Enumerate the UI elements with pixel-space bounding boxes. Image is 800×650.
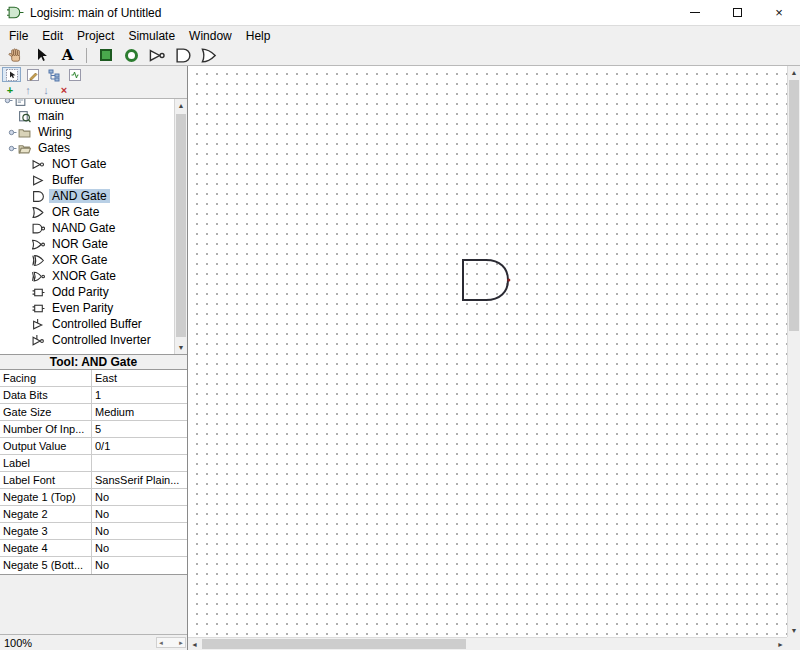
- canvas-hscrollbar-thumb[interactable]: [202, 639, 466, 649]
- menu-help[interactable]: Help: [239, 28, 278, 44]
- zoom-statusbar: 100% ◄ ►: [0, 634, 187, 650]
- tree-item-gates[interactable]: Gates: [0, 140, 187, 156]
- text-tool-icon: A: [62, 48, 74, 63]
- and-gate-ghost[interactable]: [462, 259, 511, 304]
- explorer-tree: Untitled main Wiring Gates: [0, 98, 187, 354]
- or-gate-icon: [32, 206, 45, 219]
- attr-row-data-bits[interactable]: Data Bits 1: [0, 387, 187, 404]
- or-gate-icon: [201, 47, 218, 64]
- tree-item-xnor-gate[interactable]: XNOR Gate: [0, 268, 187, 284]
- menu-window[interactable]: Window: [182, 28, 239, 44]
- tree-item-or-gate[interactable]: OR Gate: [0, 204, 187, 220]
- scroll-up-icon[interactable]: ▲: [788, 66, 800, 79]
- poke-tool-button[interactable]: [3, 46, 28, 65]
- move-circuit-up-button[interactable]: ↑: [21, 84, 35, 97]
- explorer-view-toolbar: [0, 66, 187, 83]
- close-button[interactable]: ×: [758, 0, 800, 25]
- scroll-left-icon[interactable]: ◄: [188, 638, 201, 650]
- scroll-left-icon[interactable]: ◄: [158, 640, 164, 646]
- canvas-vscrollbar[interactable]: ▲ ▼: [787, 66, 800, 637]
- tree-scrollbar-thumb[interactable]: [176, 114, 186, 337]
- input-pin-icon: [100, 49, 112, 61]
- nand-gate-icon: [32, 222, 45, 235]
- odd-parity-icon: [32, 286, 45, 299]
- maximize-button[interactable]: [716, 0, 758, 25]
- move-circuit-down-button[interactable]: ↓: [39, 84, 53, 97]
- scroll-down-icon[interactable]: ▼: [175, 341, 187, 354]
- window-title: Logisim: main of Untitled: [30, 6, 674, 20]
- tree-item-even-parity[interactable]: Even Parity: [0, 300, 187, 316]
- tree-item-buffer[interactable]: Buffer: [0, 172, 187, 188]
- collapse-toggle[interactable]: [6, 143, 17, 154]
- canvas-vscrollbar-thumb[interactable]: [789, 80, 799, 331]
- minimize-button[interactable]: [674, 0, 716, 25]
- title-bar: Logisim: main of Untitled ×: [0, 0, 800, 26]
- scroll-up-icon[interactable]: ▲: [175, 99, 187, 112]
- tree-item-nor-gate[interactable]: NOR Gate: [0, 236, 187, 252]
- attr-row-negate-4[interactable]: Negate 4 No: [0, 540, 187, 557]
- input-pin-tool-button[interactable]: [93, 46, 118, 65]
- remove-circuit-button[interactable]: ×: [57, 84, 71, 97]
- tree-item-controlled-buffer[interactable]: Controlled Buffer: [0, 316, 187, 332]
- attr-row-gate-size[interactable]: Gate Size Medium: [0, 404, 187, 421]
- tree-item-and-gate[interactable]: AND Gate: [0, 188, 187, 204]
- attr-row-number-of-inputs[interactable]: Number Of Inp... 5: [0, 421, 187, 438]
- output-port-dot: [507, 278, 510, 281]
- or-gate-tool-button[interactable]: [197, 46, 222, 65]
- tree-item-not-gate[interactable]: NOT Gate: [0, 156, 187, 172]
- not-gate-tool-button[interactable]: [145, 46, 170, 65]
- and-gate-icon: [175, 47, 192, 64]
- circuit-canvas[interactable]: [188, 66, 787, 637]
- tree-item-wiring[interactable]: Wiring: [0, 124, 187, 140]
- scrollbar-corner: [787, 637, 800, 650]
- toolbox-view-button[interactable]: [2, 67, 21, 82]
- attr-row-label-font[interactable]: Label Font SansSerif Plain...: [0, 472, 187, 489]
- controlled-inverter-icon: [32, 334, 45, 347]
- add-circuit-button[interactable]: +: [3, 84, 17, 97]
- attr-row-negate-5[interactable]: Negate 5 (Bott... No: [0, 557, 187, 574]
- scroll-right-icon[interactable]: ►: [774, 638, 787, 650]
- tree-item-odd-parity[interactable]: Odd Parity: [0, 284, 187, 300]
- scroll-down-icon[interactable]: ▼: [788, 624, 800, 637]
- and-gate-tool-button[interactable]: [171, 46, 196, 65]
- simulation-view-button[interactable]: [65, 67, 84, 82]
- tree-view-button[interactable]: [44, 67, 63, 82]
- tree-item-main[interactable]: main: [0, 108, 187, 124]
- output-pin-tool-button[interactable]: [119, 46, 144, 65]
- not-gate-icon: [149, 47, 166, 64]
- attr-row-negate-1[interactable]: Negate 1 (Top) No: [0, 489, 187, 506]
- tree-item-controlled-inverter[interactable]: Controlled Inverter: [0, 332, 187, 348]
- attr-row-label[interactable]: Label: [0, 455, 187, 472]
- tree-item-xor-gate[interactable]: XOR Gate: [0, 252, 187, 268]
- explorer-hscrollbar[interactable]: ◄ ►: [156, 637, 186, 648]
- folder-icon: [18, 126, 31, 139]
- attr-row-negate-2[interactable]: Negate 2 No: [0, 506, 187, 523]
- output-pin-icon: [125, 49, 138, 62]
- attr-row-negate-3[interactable]: Negate 3 No: [0, 523, 187, 540]
- menu-file[interactable]: File: [2, 28, 35, 44]
- menu-edit[interactable]: Edit: [35, 28, 70, 44]
- attr-row-output-value[interactable]: Output Value 0/1: [0, 438, 187, 455]
- text-tool-button[interactable]: A: [55, 46, 80, 65]
- tree-scrollbar[interactable]: ▲ ▼: [174, 99, 187, 354]
- attr-row-facing[interactable]: Facing East: [0, 370, 187, 387]
- main-toolbar: A: [0, 45, 800, 66]
- edit-tool-button[interactable]: [29, 46, 54, 65]
- expand-toggle[interactable]: [6, 127, 17, 138]
- scroll-right-icon[interactable]: ►: [178, 640, 184, 646]
- canvas-hscrollbar[interactable]: ◄ ►: [188, 637, 787, 650]
- xor-gate-icon: [32, 254, 45, 267]
- project-icon: [14, 98, 27, 107]
- zoom-level[interactable]: 100%: [4, 637, 32, 649]
- menu-project[interactable]: Project: [70, 28, 121, 44]
- nor-gate-icon: [32, 238, 45, 251]
- main-area: + ↑ ↓ × Untitled main Wiri: [0, 66, 800, 650]
- toolbox-view-icon: [5, 68, 19, 82]
- tree-item-nand-gate[interactable]: NAND Gate: [0, 220, 187, 236]
- menu-simulate[interactable]: Simulate: [121, 28, 182, 44]
- circuit-icon: [18, 110, 31, 123]
- cursor-arrow-icon: [34, 47, 50, 63]
- expand-toggle[interactable]: [2, 98, 13, 106]
- edit-view-button[interactable]: [23, 67, 42, 82]
- tree-item-untitled[interactable]: Untitled: [0, 98, 187, 108]
